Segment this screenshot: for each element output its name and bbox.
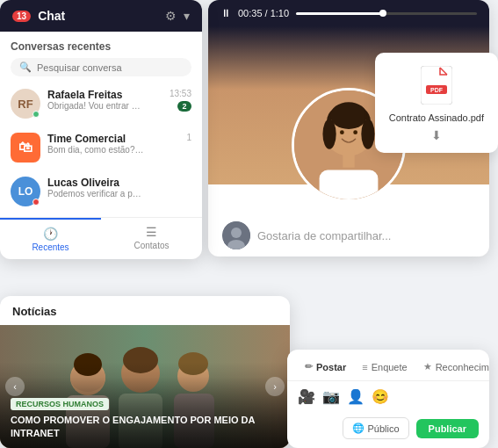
conversation-name: Time Comercial [47,133,179,145]
offline-status-dot [32,199,40,206]
conversation-name: Lucas Oliveira [47,177,191,189]
news-tag: RECURSOS HUMANOS [11,398,109,410]
avatar-initials: LO [18,185,33,198]
conversation-list: RF Rafaela Freitas Obrigada! Vou entrar … [0,82,202,217]
conversation-preview: Podemos verificar a proposta de ven... [47,189,144,199]
avatar: 🛍 [11,133,40,163]
person-area: PDF Contrato Assinado.pdf ⬇ [208,26,489,184]
conversation-preview: Bom dia, como estão? Segue o link da... [47,145,144,155]
globe-icon: 🌐 [352,423,364,434]
chat-search-section: Conversas recentes 🔍 [0,32,202,82]
svg-text:PDF: PDF [430,87,444,93]
emoji-button[interactable]: 😊 [372,388,389,405]
svg-rect-12 [343,151,354,168]
public-button[interactable]: 🌐 Público [343,417,409,439]
online-status-dot [32,111,40,118]
conversation-time: 13:53 [170,89,191,98]
publish-button[interactable]: Publicar [416,419,479,438]
public-label: Público [368,423,400,434]
poll-icon: ≡ [362,362,367,372]
share-bubble: Gostaria de compartilhar... [208,211,489,257]
contatos-icon: ☰ [146,225,157,239]
search-input[interactable] [37,62,183,73]
tab-reconhecimento[interactable]: ★ Reconhecimento [416,358,489,375]
svg-point-13 [340,130,344,134]
chat-unread-badge: 13 [12,11,31,22]
share-placeholder[interactable]: Gostaria de compartilhar... [257,229,391,242]
news-headline: COMO PROMOVER O ENGAJAMENTO POR MEIO DA … [11,414,279,439]
chat-header: 13 Chat ⚙ ▾ [0,0,202,32]
mention-button[interactable]: 👤 [347,388,364,405]
avatar-icon: 🛍 [18,140,32,155]
download-icon[interactable]: ⬇ [431,128,442,142]
tab-postar[interactable]: ✏ Postar [298,358,353,375]
conversation-info: Rafaela Freitas Obrigada! Vou entrar em … [47,89,162,111]
tab-recentes-label: Recentes [32,242,69,252]
file-card: PDF Contrato Assinado.pdf ⬇ [375,53,498,153]
unread-badge: 2 [177,101,191,112]
post-action-buttons: 🎥 📷 👤 😊 [287,381,489,412]
tab-contatos-label: Contatos [134,241,169,250]
video-progress-bar[interactable] [296,12,477,15]
conversation-time: 1 [186,133,191,142]
star-icon: ★ [423,361,432,372]
svg-point-14 [353,130,357,134]
tab-postar-label: Postar [316,362,346,372]
chat-header-actions: ⚙ ▾ [165,9,190,23]
pdf-icon: PDF [419,63,454,107]
tab-recentes[interactable]: 🕐 Recentes [0,218,101,259]
conversation-meta: 1 [186,133,191,142]
pause-icon[interactable]: ⏸ [220,7,231,19]
list-item[interactable]: LO Lucas Oliveira Podemos verificar a pr… [0,170,202,213]
tab-enquete-label: Enquete [372,362,408,372]
list-item[interactable]: 🛍 Time Comercial Bom dia, como estão? Se… [0,126,202,170]
share-user-avatar [222,221,250,249]
conversation-info: Time Comercial Bom dia, como estão? Segu… [47,133,179,155]
chevron-down-icon[interactable]: ▾ [184,9,190,23]
search-box[interactable]: 🔍 [11,58,191,76]
settings-icon[interactable]: ⚙ [165,9,177,23]
svg-point-10 [330,102,367,129]
media-panel: ⏸ 00:35 / 1:10 PDF Contrato Assinado.pdf… [208,0,489,257]
conversation-preview: Obrigada! Vou entrar em contato [47,101,144,111]
news-image-container: RECURSOS HUMANOS COMO PROMOVER O ENGAJAM… [0,325,290,448]
avatar: LO [11,177,40,206]
post-publish-row: 🌐 Público Publicar [287,412,489,448]
avatar: RF [11,89,40,119]
video-button[interactable]: 🎥 [298,388,315,405]
recentes-icon: 🕐 [43,227,58,241]
news-panel: Notícias [0,296,290,448]
video-time-display: 00:35 / 1:10 [238,8,289,18]
news-next-button[interactable]: › [265,377,285,396]
chat-bottom-tabs: 🕐 Recentes ☰ Contatos [0,217,202,259]
search-icon: 🔍 [19,61,32,73]
svg-point-16 [231,228,242,238]
video-bar: ⏸ 00:35 / 1:10 [208,0,489,26]
file-name: Contrato Assinado.pdf [389,112,484,123]
news-overlay: RECURSOS HUMANOS COMO PROMOVER O ENGAJAM… [0,377,290,448]
svg-rect-11 [320,170,379,199]
chat-panel: 13 Chat ⚙ ▾ Conversas recentes 🔍 RF Rafa… [0,0,202,259]
chat-title: Chat [38,9,158,23]
tab-reconhecimento-label: Reconhecimento [436,362,489,372]
tab-enquete[interactable]: ≡ Enquete [355,358,414,375]
post-panel: ✏ Postar ≡ Enquete ★ Reconhecimento 🎥 📷 … [287,350,489,448]
list-item[interactable]: RF Rafaela Freitas Obrigada! Vou entrar … [0,82,202,126]
conversation-info: Lucas Oliveira Podemos verificar a propo… [47,177,191,199]
news-title: Notícias [0,296,290,325]
conversation-name: Rafaela Freitas [47,89,162,101]
conversation-meta: 13:53 2 [170,89,191,112]
news-prev-button[interactable]: ‹ [5,377,25,396]
edit-icon: ✏ [305,361,313,372]
conversations-label: Conversas recentes [11,40,191,53]
progress-handle[interactable] [379,10,386,17]
tab-contatos[interactable]: ☰ Contatos [101,218,202,259]
photo-button[interactable]: 📷 [322,388,340,405]
avatar-initials: RF [18,98,32,111]
post-tabs: ✏ Postar ≡ Enquete ★ Reconhecimento [287,350,489,381]
progress-fill [296,12,383,15]
